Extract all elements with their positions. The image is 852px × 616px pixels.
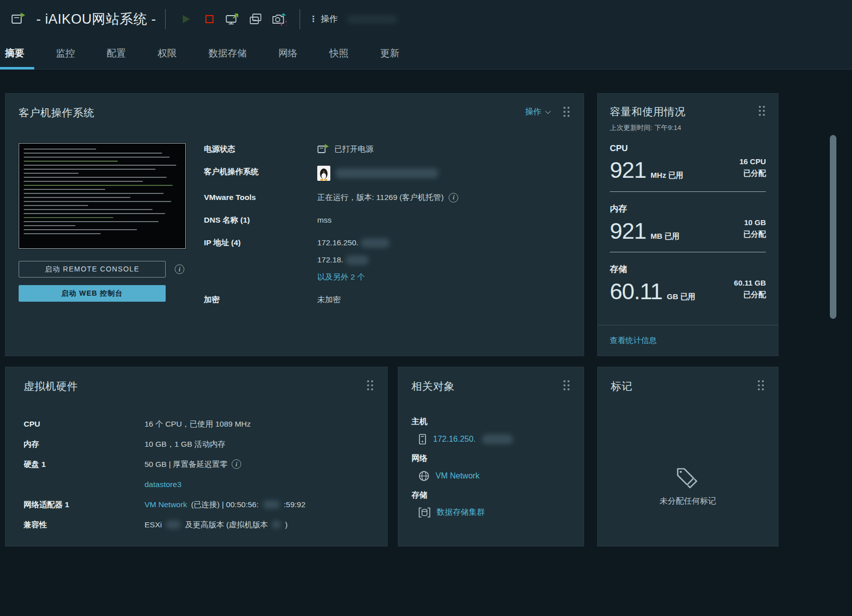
- toolbar-divider: [165, 9, 166, 29]
- storage-used-unit: GB 已用: [667, 292, 695, 302]
- vm-hardware-card: 虚拟机硬件 CPU 16 个 CPU，已使用 1089 MHz 内存 10 GB…: [5, 367, 388, 546]
- drag-handle-icon[interactable]: [758, 105, 766, 117]
- tab-bar: 摘要 监控 配置 权限 数据存储 网络 快照 更新: [0, 38, 852, 70]
- storage-allocated-value: 60.11 GB: [734, 277, 766, 289]
- hardware-memory-row: 内存 10 GB，1 GB 活动内存: [24, 438, 374, 450]
- actions-menu-label: 操作: [321, 13, 338, 25]
- drag-handle-icon[interactable]: [562, 379, 571, 391]
- console-screenshot-thumbnail[interactable]: [19, 143, 186, 249]
- guest-os-actions-dropdown[interactable]: 操作: [525, 107, 549, 117]
- compat-value-3: ): [285, 518, 288, 531]
- guest-os-card: 客户机操作系统 操作 启动 REMOTE CONSOLE 启动 W: [5, 93, 584, 356]
- host-icon: [418, 434, 427, 445]
- tab-configure[interactable]: 配置: [102, 38, 131, 70]
- scrollbar-thumb[interactable]: [830, 135, 836, 319]
- capacity-last-updated: 上次更新时间: 下午9:14: [610, 123, 766, 132]
- drag-handle-icon[interactable]: [562, 106, 571, 118]
- redacted-ip-octet: [361, 238, 390, 248]
- storage-metric: 存储 60.11 GB 已用 60.11 GB 已分配: [610, 263, 766, 304]
- cpu-allocated-value: 16 CPU: [739, 156, 766, 167]
- redacted-mac-segment: [263, 500, 280, 509]
- nic-network-link[interactable]: VM Network: [145, 498, 187, 511]
- hardware-disk-row: 硬盘 1 50 GB | 厚置备延迟置零 datastore3: [24, 458, 374, 491]
- vsphere-vm-summary-page: - iAIKOU网站系统 -: [0, 0, 852, 616]
- hardware-memory-value: 10 GB，1 GB 活动内存: [145, 438, 226, 450]
- encryption-label: 加密: [204, 294, 317, 306]
- info-icon[interactable]: [175, 264, 184, 274]
- ip-value-1: 172.16.250.: [317, 237, 359, 249]
- host-link[interactable]: 172.16.250.: [433, 435, 476, 444]
- encryption-row: 加密 未加密: [204, 294, 571, 306]
- datastore-cluster-link[interactable]: 数据存储集群: [437, 507, 485, 518]
- vm-title: - iAIKOU网站系统 -: [36, 10, 156, 28]
- power-on-icon[interactable]: [178, 12, 195, 27]
- tab-datastores[interactable]: 数据存储: [203, 38, 252, 70]
- related-network-label: 网络: [411, 453, 571, 464]
- tab-snapshots[interactable]: 快照: [324, 38, 353, 70]
- chevron-down-icon: [545, 108, 551, 114]
- datastore-cluster-icon: [418, 507, 431, 518]
- hardware-compat-label: 兼容性: [24, 518, 145, 531]
- dns-row: DNS 名称 (1) mss: [204, 214, 571, 226]
- launch-web-console-button[interactable]: 启动 WEB 控制台: [19, 285, 166, 302]
- info-icon[interactable]: [449, 193, 458, 202]
- cpu-used-value: 921: [610, 158, 646, 182]
- launch-remote-console-button[interactable]: 启动 REMOTE CONSOLE: [19, 261, 166, 278]
- launch-console-icon[interactable]: [224, 12, 241, 27]
- power-state-label: 电源状态: [204, 143, 317, 155]
- related-storage-label: 存储: [411, 490, 571, 501]
- view-stats-link[interactable]: 查看统计信息: [610, 335, 657, 346]
- datastore-link[interactable]: datastore3: [145, 478, 181, 491]
- tab-updates[interactable]: 更新: [375, 38, 404, 70]
- ip-value-2: 172.18.: [317, 254, 343, 266]
- tags-card-title: 标记: [611, 379, 632, 393]
- kebab-icon: [309, 14, 317, 24]
- toolbar-divider: [300, 9, 300, 29]
- encryption-value: 未加密: [317, 294, 341, 306]
- network-link[interactable]: VM Network: [436, 471, 479, 481]
- related-objects-card: 相关对象 主机 172.16.250. 网络: [398, 367, 584, 546]
- hardware-cpu-label: CPU: [24, 418, 145, 430]
- related-host-label: 主机: [411, 417, 571, 427]
- drag-handle-icon[interactable]: [757, 379, 765, 391]
- compat-value-1: ESXi: [145, 518, 162, 531]
- tab-summary[interactable]: 摘要: [0, 38, 29, 70]
- drag-handle-icon[interactable]: [366, 379, 374, 391]
- dns-value: mss: [317, 214, 331, 226]
- guest-os-card-title: 客户机操作系统: [19, 106, 95, 120]
- redacted-esxi-version: [166, 520, 181, 529]
- window-header: - iAIKOU网站系统 -: [0, 0, 852, 38]
- memory-metric-name: 内存: [610, 203, 766, 215]
- tags-empty-state: 未分配任何标记: [598, 466, 778, 507]
- info-icon[interactable]: [232, 459, 241, 469]
- hardware-nic-row: 网络适配器 1 VM Network (已连接) | 00:50:56: :59…: [24, 498, 374, 511]
- capacity-card-footer: 查看统计信息: [598, 325, 778, 356]
- redacted-vm-version: [272, 520, 281, 529]
- hardware-disk-value: 50 GB | 厚置备延迟置零: [145, 458, 228, 470]
- guest-os-card-body: 启动 REMOTE CONSOLE 启动 WEB 控制台 电源状态: [19, 143, 571, 316]
- hardware-card-title: 虚拟机硬件: [24, 379, 78, 393]
- memory-metric: 内存 921 MB 已用 10 GB 已分配: [610, 203, 766, 253]
- tab-permissions[interactable]: 权限: [153, 38, 182, 70]
- tab-networks[interactable]: 网络: [273, 38, 303, 70]
- redacted-guest-os-name: [335, 168, 439, 178]
- clone-icon[interactable]: [247, 12, 264, 27]
- console-column: 启动 REMOTE CONSOLE 启动 WEB 控制台: [19, 143, 186, 316]
- vm-powered-on-icon: [317, 144, 329, 155]
- vm-icon: [10, 12, 27, 27]
- metric-divider: [610, 191, 766, 192]
- guest-os-facts: 电源状态 已打开电源 客户机操作系统: [204, 143, 571, 316]
- actions-menu-button[interactable]: 操作: [309, 13, 338, 25]
- storage-used-value: 60.11: [610, 280, 662, 303]
- snapshot-icon[interactable]: [270, 12, 288, 27]
- storage-allocated-label: 已分配: [734, 289, 766, 300]
- ip-more-link[interactable]: 以及另外 2 个: [317, 271, 365, 283]
- power-off-icon[interactable]: [201, 12, 218, 27]
- tags-empty-text: 未分配任何标记: [660, 496, 716, 507]
- guest-os-label: 客户机操作系统: [204, 166, 317, 178]
- metric-divider: [610, 252, 766, 252]
- redacted-area: [347, 16, 397, 23]
- capacity-usage-card: 容量和使用情况 上次更新时间: 下午9:14 CPU 921 MHz 已用 16…: [597, 93, 778, 356]
- tab-monitor[interactable]: 监控: [51, 38, 80, 70]
- vmware-tools-value: 正在运行，版本: 11269 (客户机托管): [317, 191, 444, 203]
